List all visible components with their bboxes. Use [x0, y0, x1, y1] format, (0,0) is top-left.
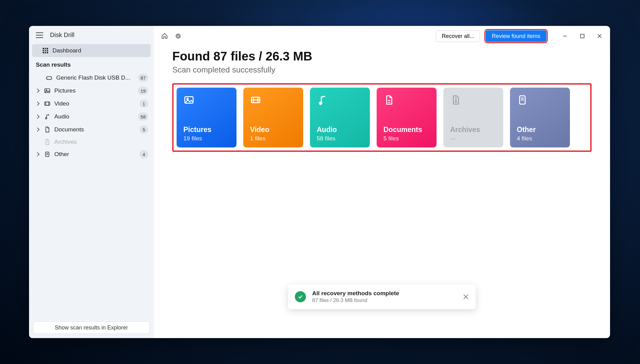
archives-icon: [450, 94, 461, 105]
card-pictures[interactable]: Pictures 19 files: [177, 88, 236, 147]
card-title: Other: [517, 126, 563, 134]
sidebar-item-documents[interactable]: Documents 5: [29, 123, 154, 136]
svg-rect-4: [45, 102, 50, 105]
chevron-icon: [35, 152, 40, 156]
card-archives: Archives —: [443, 88, 503, 147]
sidebar-item-label: Archives: [54, 139, 148, 145]
documents-icon: [44, 126, 51, 133]
card-title: Pictures: [183, 126, 230, 134]
app-window: Disk Drill Dashboard Scan results Generi…: [29, 26, 610, 338]
sidebar-item-label: Audio: [54, 113, 134, 120]
sidebar-item-label: Video: [54, 100, 136, 107]
sidebar-header: Disk Drill: [29, 26, 154, 44]
nav-dashboard-label: Dashboard: [52, 47, 81, 54]
audio-icon: [317, 94, 328, 105]
sidebar-item-archives: Archives: [29, 136, 154, 148]
card-sub: 19 files: [183, 135, 230, 142]
page-subtitle: Scan completed successfully: [172, 65, 592, 75]
card-sub: 5 files: [383, 135, 430, 142]
hamburger-icon[interactable]: [36, 32, 43, 38]
device-label: Generic Flash Disk USB D...: [56, 74, 134, 81]
section-scan-results: Scan results: [29, 57, 154, 71]
sidebar-item-other[interactable]: Other 4: [29, 148, 154, 161]
svg-rect-14: [580, 34, 584, 38]
maximize-button[interactable]: [579, 32, 586, 40]
svg-point-7: [45, 118, 47, 119]
sidebar-footer: Show scan results in Explorer: [29, 317, 154, 338]
card-audio[interactable]: Audio 58 files: [310, 88, 370, 147]
count-badge: 58: [138, 113, 148, 121]
video-icon: [250, 94, 261, 105]
cards-highlight-box: Pictures 19 files Video 1 files: [172, 83, 592, 152]
sidebar-item-pictures[interactable]: Pictures 19: [29, 84, 154, 97]
toast-subtitle: 87 files / 26.3 MB found: [312, 297, 457, 304]
card-sub: —: [450, 135, 496, 142]
check-icon: [295, 291, 306, 302]
card-sub: 58 files: [317, 135, 363, 142]
svg-point-27: [455, 101, 457, 102]
pictures-icon: [183, 94, 195, 105]
card-title: Video: [250, 126, 296, 134]
home-icon[interactable]: [161, 32, 169, 40]
chevron-icon: [35, 89, 40, 93]
minimize-button[interactable]: [561, 32, 569, 40]
toast-title: All recovery methods complete: [312, 290, 457, 297]
documents-icon: [383, 94, 395, 105]
close-icon[interactable]: [463, 294, 469, 300]
card-title: Audio: [317, 126, 363, 134]
card-title: Documents: [383, 126, 430, 134]
sidebar-item-label: Other: [54, 151, 136, 158]
card-video[interactable]: Video 1 files: [243, 88, 303, 147]
device-count-badge: 87: [138, 74, 148, 82]
count-badge: 5: [140, 126, 148, 134]
main-pane: Recover all... Review found items Found …: [154, 26, 610, 338]
sidebar-item-audio[interactable]: Audio 58: [29, 110, 154, 123]
svg-point-12: [176, 34, 181, 39]
page-title: Found 87 files / 26.3 MB: [172, 49, 592, 63]
chevron-icon: [35, 101, 40, 106]
chevron-icon: [35, 127, 40, 132]
window-controls: [561, 32, 603, 40]
drive-icon: [46, 74, 52, 81]
check-status-icon[interactable]: [174, 32, 182, 40]
toolbar: Recover all... Review found items: [154, 26, 610, 46]
toast-notification: All recovery methods complete 87 files /…: [288, 284, 476, 309]
svg-rect-0: [47, 77, 52, 79]
card-documents[interactable]: Documents 5 files: [377, 88, 437, 147]
archives-icon: [44, 139, 51, 145]
sidebar: Disk Drill Dashboard Scan results Generi…: [29, 26, 154, 338]
toast-body: All recovery methods complete 87 files /…: [312, 290, 457, 304]
card-other[interactable]: Other 4 files: [510, 88, 570, 147]
device-row[interactable]: Generic Flash Disk USB D... 87: [29, 71, 154, 84]
grid-icon: [43, 48, 48, 53]
count-badge: 19: [138, 87, 148, 95]
show-in-explorer-button[interactable]: Show scan results in Explorer: [33, 321, 149, 334]
sidebar-item-label: Pictures: [54, 87, 134, 94]
chevron-icon: [35, 114, 40, 119]
card-sub: 1 files: [250, 135, 296, 142]
recover-all-button[interactable]: Recover all...: [436, 30, 480, 42]
content-area: Found 87 files / 26.3 MB Scan completed …: [154, 46, 610, 152]
category-cards: Pictures 19 files Video 1 files: [177, 88, 587, 147]
other-icon: [44, 151, 51, 158]
other-icon: [517, 94, 528, 105]
review-found-items-button[interactable]: Review found items: [486, 30, 546, 42]
video-icon: [44, 100, 51, 107]
app-title: Disk Drill: [50, 31, 74, 39]
card-sub: 4 files: [517, 135, 563, 142]
sidebar-item-video[interactable]: Video 1: [29, 97, 154, 110]
sidebar-item-label: Documents: [54, 126, 136, 133]
nav-dashboard[interactable]: Dashboard: [32, 44, 151, 57]
card-title: Archives: [450, 126, 496, 134]
count-badge: 4: [140, 150, 148, 158]
svg-point-23: [319, 102, 322, 105]
pictures-icon: [44, 87, 51, 94]
audio-icon: [44, 113, 51, 120]
count-badge: 1: [140, 100, 148, 108]
close-button[interactable]: [596, 32, 603, 40]
